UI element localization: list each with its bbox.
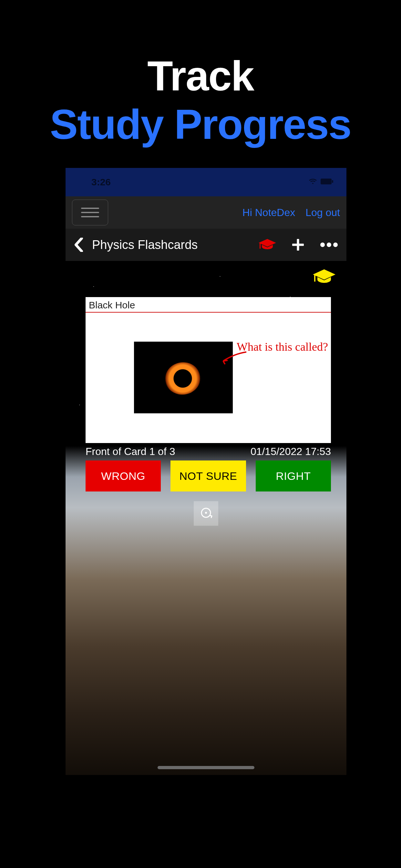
card-image — [134, 342, 233, 413]
promo-line-1: Track — [0, 52, 401, 100]
svg-rect-2 — [259, 243, 260, 249]
card-body: What is this called? — [86, 313, 331, 443]
wrong-button[interactable]: WRONG — [86, 461, 161, 492]
svg-point-3 — [320, 243, 325, 247]
promo-line-2: Study Progress — [0, 100, 401, 149]
promo-headline: Track Study Progress — [0, 0, 401, 149]
status-icons — [308, 178, 334, 186]
greeting-link[interactable]: Hi NoteDex — [243, 207, 296, 219]
hamburger-menu-button[interactable] — [72, 199, 108, 225]
main-content-area: Black Hole What is this called? Front of… — [66, 261, 346, 775]
wifi-icon — [308, 178, 317, 186]
right-button[interactable]: RIGHT — [256, 461, 331, 492]
deck-title: Physics Flashcards — [92, 238, 250, 252]
svg-point-8 — [205, 512, 207, 514]
rotate-icon — [199, 506, 213, 521]
more-icon[interactable] — [320, 242, 338, 247]
card-timestamp: 01/15/2022 17:53 — [251, 445, 331, 458]
svg-point-5 — [333, 243, 338, 247]
svg-rect-1 — [332, 180, 333, 183]
svg-point-4 — [327, 243, 331, 247]
answer-buttons: WRONG NOT SURE RIGHT — [86, 461, 331, 492]
flip-card-button[interactable] — [194, 501, 218, 526]
svg-rect-0 — [320, 179, 332, 184]
home-indicator[interactable] — [158, 766, 254, 769]
graduation-cap-icon[interactable] — [258, 239, 276, 251]
flashcard[interactable]: Black Hole What is this called? — [86, 297, 331, 443]
top-nav: Hi NoteDex Log out — [66, 196, 346, 228]
logout-link[interactable]: Log out — [305, 207, 340, 219]
status-bar: 3:26 — [66, 168, 346, 196]
card-title: Black Hole — [86, 297, 331, 313]
card-position-label: Front of Card 1 of 3 — [86, 445, 175, 458]
svg-rect-6 — [314, 275, 315, 282]
phone-frame: 3:26 Hi NoteDex Log out Physics Flashcar… — [66, 168, 346, 775]
not-sure-button[interactable]: NOT SURE — [171, 461, 246, 492]
title-bar: Physics Flashcards — [66, 228, 346, 261]
battery-icon — [320, 179, 334, 186]
plus-icon[interactable] — [292, 239, 304, 251]
study-mode-cap-icon[interactable] — [313, 269, 335, 285]
status-time: 3:26 — [91, 177, 111, 188]
card-annotation: What is this called? — [237, 340, 334, 353]
back-chevron-icon[interactable] — [74, 238, 83, 252]
card-meta: Front of Card 1 of 3 01/15/2022 17:53 — [86, 445, 331, 458]
